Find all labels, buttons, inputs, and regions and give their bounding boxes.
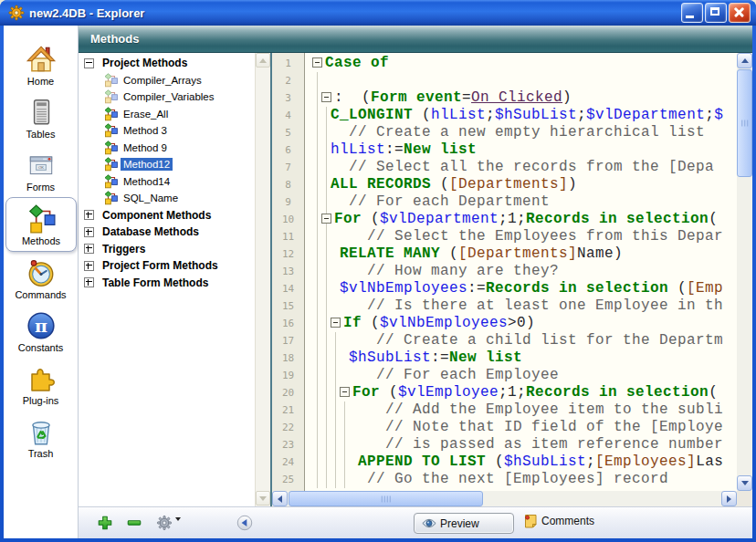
sidebar-item-plug-ins[interactable]: Plug-ins [4,358,78,411]
line-number: 13 [272,263,304,280]
sidebar-item-methods[interactable]: Methods [5,197,77,252]
options-gear-button[interactable] [155,514,173,532]
tree-item-method-9[interactable]: Method 9 [79,140,256,157]
expand-box-icon[interactable] [84,261,94,271]
code-line[interactable]: $hSubList:=New list [312,349,737,367]
tree-item-method14[interactable]: Method14 [79,173,256,191]
expand-box-icon[interactable] [84,210,94,220]
sidebar: HomeTablesOKFormsMethodsCommandsπConstan… [4,26,78,538]
code-line[interactable]: C_LONGINT (hlList;$hSubList;$vlDepartmen… [312,107,737,124]
expand-box-icon[interactable] [84,244,94,254]
code-line[interactable]: hlList:=New list [312,141,737,159]
horizontal-scrollbar[interactable] [272,491,737,506]
tree-scrollbar[interactable] [255,53,270,506]
tree-item-method-3[interactable]: Method 3 [79,122,256,140]
tree-item-sql-name[interactable]: SQL_Name [79,190,256,207]
sidebar-item-label: Plug-ins [23,395,59,406]
tree-item-erase-all[interactable]: Erase_All [79,106,256,123]
tables-icon [26,97,57,128]
horizontal-scroll-thumb[interactable] [289,491,483,506]
tree-item-triggers[interactable]: Triggers [79,241,256,258]
collapse-panel-button[interactable] [236,514,254,532]
code-line[interactable]: For ($vlEmployee;1;Records in selection( [312,384,737,401]
scroll-up-button[interactable] [256,53,270,68]
sidebar-item-forms[interactable]: OKForms [4,144,78,197]
code-editor[interactable]: 1234567891011121314151617181920212223242… [270,53,752,506]
sidebar-item-trash[interactable]: Trash [4,411,78,464]
code-line[interactable]: $vlNbEmployees:=Records in selection ([E… [312,280,737,297]
fold-collapse-icon[interactable] [312,57,322,68]
code-line[interactable]: // Select the Employees from this Depar [312,228,737,245]
methods-tree: Project MethodsCompiler_ArraysCompiler_V… [79,54,256,506]
code-line[interactable]: : (Form event=On Clicked) [312,89,737,107]
code-line[interactable]: // Add the Employee item to the subli [312,401,737,419]
forms-icon: OK [26,150,57,181]
code-line[interactable]: RELATE MANY ([Departments]Name) [312,245,737,263]
minimize-button[interactable] [681,3,703,23]
code-line[interactable]: // Create a child list for the Departm [312,332,737,349]
expand-box-icon[interactable] [84,277,94,287]
sidebar-item-tables[interactable]: Tables [4,91,78,144]
line-number: 2 [272,72,304,89]
tree-item-compiler-variables[interactable]: Compiler_Variables [79,89,256,106]
sidebar-item-commands[interactable]: Commands [4,252,78,305]
sidebar-item-home[interactable]: Home [4,38,78,91]
add-method-button[interactable] [96,514,114,532]
arrow-up-icon [741,58,749,63]
minus-icon [126,515,142,531]
code-line[interactable]: Case of [312,55,737,72]
comments-button[interactable]: Comments [523,514,594,528]
code-line[interactable]: ALL RECORDS ([Departments]) [312,176,737,193]
fold-collapse-icon[interactable] [321,214,331,224]
gear-icon [156,515,173,531]
tree-item-component-methods[interactable]: Component Methods [79,207,256,224]
code-line[interactable]: // Select all the records from the [Depa [312,159,737,176]
code-line[interactable]: // is passed as item reference number [312,436,737,453]
code-line[interactable]: For ($vlDepartment;1;Records in selectio… [312,211,737,228]
scroll-right-button[interactable] [721,491,737,506]
code-line[interactable]: // For each Department [312,193,737,211]
line-number: 4 [272,107,304,124]
delete-method-button[interactable] [125,514,143,532]
code-line[interactable]: // Create a new empty hierarchical list [312,124,737,141]
fold-collapse-icon[interactable] [321,92,331,102]
collapse-box-icon[interactable] [84,58,94,68]
scroll-down-button[interactable] [256,491,270,506]
code-line[interactable]: // For each Employee [312,367,737,384]
code-line[interactable] [312,72,737,89]
close-button[interactable] [729,3,751,23]
line-number: 6 [272,141,304,159]
tree-item-project-form-methods[interactable]: Project Form Methods [79,257,256,275]
tree-item-project-methods[interactable]: Project Methods [79,55,256,72]
line-number: 9 [272,193,304,211]
scroll-up-button[interactable] [737,53,752,68]
preview-button[interactable]: Preview [414,513,514,534]
tree-item-database-methods[interactable]: Database Methods [79,224,256,241]
app-gear-icon[interactable] [8,5,25,21]
vertical-scrollbar[interactable] [737,53,752,491]
expand-box-icon[interactable] [84,227,94,237]
fold-collapse-icon[interactable] [340,387,350,397]
sidebar-item-constants[interactable]: πConstants [4,305,78,358]
code-line[interactable]: APPEND TO LIST ($hSubList;[Employees]Las [312,453,737,471]
code-line[interactable]: // How many are they? [312,263,737,280]
code-line[interactable]: // Go the next [Employees] record [312,471,737,488]
code-line[interactable]: // Note that ID field of the [Employe [312,419,737,436]
scroll-down-button[interactable] [737,475,752,491]
panel-header: Methods [79,26,752,53]
options-dropdown-arrow[interactable] [175,521,181,537]
scroll-left-button[interactable] [272,491,288,506]
page-title: Methods [79,32,139,46]
tree-item-table-form-methods[interactable]: Table Form Methods [79,275,256,292]
code-area[interactable]: Case of : (Form event=On Clicked) C_LONG… [306,53,737,491]
maximize-button[interactable] [705,3,727,23]
fold-collapse-icon[interactable] [331,318,341,328]
window-title: new2.4DB - Explorer [29,6,681,20]
code-line[interactable]: If ($vlNbEmployees>0) [312,315,737,332]
tree-item-method12[interactable]: Method12 [79,156,256,173]
code-line[interactable]: // Is there at least one Employee in th [312,297,737,315]
svg-text:π: π [35,315,47,336]
eye-icon [422,518,436,528]
vertical-scroll-thumb[interactable] [737,69,752,177]
tree-item-compiler-arrays[interactable]: Compiler_Arrays [79,72,256,89]
